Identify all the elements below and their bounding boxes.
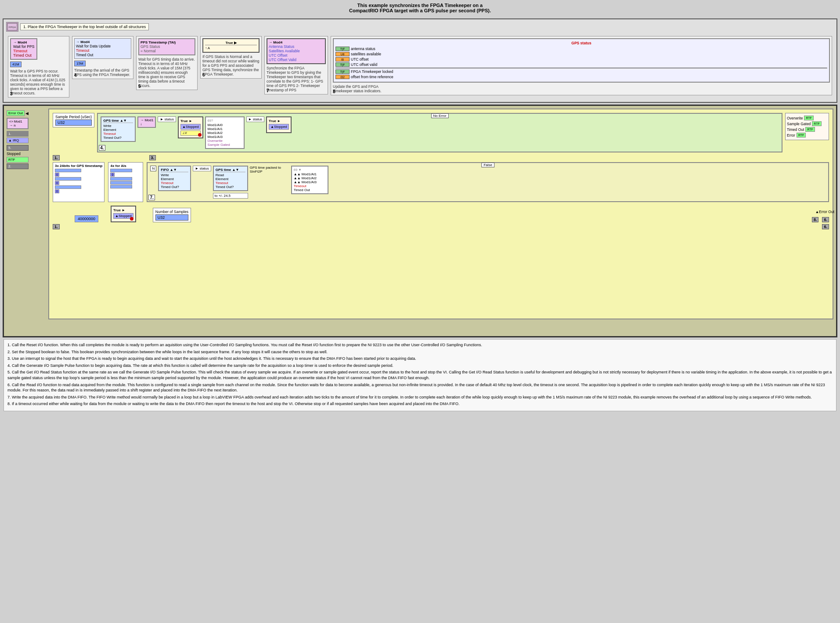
step3-desc: Wait for a GPS PPS to occur. Timeout is … xyxy=(10,69,67,95)
irq-block: ▲IRQ xyxy=(7,138,29,143)
stopped-indicator-1: ▲Stopped xyxy=(180,124,201,130)
mod1-block-left: <> Mod1 → n xyxy=(7,118,29,129)
num-samples-value: U32 xyxy=(155,214,188,221)
section-1-num: 1. xyxy=(53,155,60,160)
value-15m: 15M xyxy=(74,61,86,66)
sample-gated-out-row: Sample Gated RTF xyxy=(787,121,827,126)
sample-period-box: Sample Period (uSec) U32 xyxy=(53,113,94,127)
top-control-row: Sample Period (uSec) U32 No Error GPS ti… xyxy=(53,113,829,152)
status-output-2: ► status xyxy=(246,116,264,122)
mid-section-numbers: 1. 6. xyxy=(53,224,829,229)
ai-bits-display: 4x for AIs 0 xyxy=(108,162,143,202)
right-data-blocks: GPS time ▲▼ Read Element Timeout Timed O… xyxy=(213,166,248,199)
value-41m: 41M xyxy=(10,62,22,67)
step6-desc: If GPS Status is Normal and a timeout di… xyxy=(202,54,260,76)
true-case-bottom: True ► ▲Stopped xyxy=(111,206,136,222)
false-case-selector: False xyxy=(481,163,494,167)
stopped-label: Stopped xyxy=(7,152,29,156)
fifo-write-row: N FIFO ▲▼ Write Element Timeout Timed Ou… xyxy=(150,166,826,199)
sync-block-7: → Mod4 Antenna Status Satellites Availab… xyxy=(267,38,326,64)
overwrite-rtf: RTF xyxy=(804,116,813,120)
left-indicators: Error Out ◀ <> Mod1 → n 1. ▲IRQ 5. Stopp… xyxy=(7,110,29,169)
stop-dot-1 xyxy=(198,133,202,137)
gps-fifo-row: GPS time ▲▼ Write Element Timeout Timed … xyxy=(101,116,779,149)
ai-data-block: 69? Mod1/AI0 Mod1/AI1 Mod1/AI2 Mod1/AI3 … xyxy=(205,116,245,149)
true-case-2: True ► ▲Stopped xyxy=(266,116,292,133)
sample-period-value: U32 xyxy=(55,120,92,126)
lower-diagram-section: Error Out ◀ <> Mod1 → n 1. ▲IRQ 5. Stopp… xyxy=(3,105,837,337)
fpga-timekeeper-icon: FPGA xyxy=(6,22,18,32)
desc-item-5: 5. Call the Get I/O Read Status function… xyxy=(7,369,833,380)
section-5: PPS Timestamp (TAI) GPS Status = Normal … xyxy=(136,36,198,90)
step7-number: 7 xyxy=(267,88,269,93)
svg-text:FPGA: FPGA xyxy=(9,26,16,29)
desc-item-6: 6. Call the Read I/O function to read da… xyxy=(7,382,833,393)
bottom-row: 40000000 True ► ▲Stopped Number of Sampl… xyxy=(53,206,829,222)
bottom-description: 1. Call the Reset I/O function. When thi… xyxy=(4,339,836,411)
write-loop: False N FIFO ▲▼ Write Element Timeout Ti… xyxy=(147,162,829,202)
utc-valid-indicator: T|F xyxy=(335,62,350,67)
number-1: 1. xyxy=(7,131,29,137)
antenna-status-indicator: T|F xyxy=(335,47,350,51)
v-box-1: ⊥V xyxy=(180,130,201,136)
step7-desc: Synchronize the FPGA Timekeeper to GPS b… xyxy=(267,66,324,92)
section-8: GPS status T|F antenna status U8 satelli… xyxy=(331,36,832,95)
step5-number: 5 xyxy=(138,84,141,89)
section-num-4: 4. xyxy=(99,145,105,151)
desc-item-1: 1. Call the Reset I/O function. When thi… xyxy=(7,342,833,348)
error-rtf: RTF xyxy=(797,133,806,138)
gps-bits-row: 3x 24bits for GPS timestamp 0 0 0 xyxy=(53,162,829,202)
step4-desc: Timestamp the arrival of the GPS PPS usi… xyxy=(74,68,131,77)
num-samples-label: Number of Samples xyxy=(155,210,188,214)
section-num-8: 8. xyxy=(812,217,819,222)
pps-timestamp-block: PPS Timestamp (TAI) GPS Status = Normal xyxy=(138,38,195,55)
ai-data-read-block: 69 ▼ ▲▲ Mod1/AI1 ▲▲ Mod1/AI2 ▲▲ Mod1/AI3… xyxy=(291,166,328,194)
value-40m: 40000000 xyxy=(75,215,98,222)
section-num-6b: 6. xyxy=(822,224,829,229)
acquisition-loop: No Error GPS time ▲▼ Write Element Timeo… xyxy=(97,113,782,152)
desc-item-3: 3. Use an interrupt to signal the host t… xyxy=(7,356,833,362)
right-outputs-panel: Overwrite RTF Sample Gated RTF Timed Out… xyxy=(785,113,829,140)
number-2: 2. xyxy=(7,163,29,169)
step4-number: 4 xyxy=(74,73,77,78)
right-error-out: ▲Error Out xyxy=(815,210,834,214)
wait-pps-block: → Mod4 Wait for PPS Timeout Timed Out xyxy=(10,38,37,60)
true-case-1: True ► ▲Stopped ⊥V xyxy=(178,116,203,138)
timed-out-rtf: RTF xyxy=(805,127,815,132)
instruction-text: 1. Place the FPGA Timekeeper in the top … xyxy=(20,23,149,30)
stop-dot-bottom xyxy=(130,217,133,221)
page-container: This example synchronizes the FPGA Timek… xyxy=(0,0,840,411)
page-title: This example synchronizes the FPGA Timek… xyxy=(4,3,836,13)
section-3: → Mod4 Wait for PPS Timeout Timed Out 41… xyxy=(8,36,69,98)
step8-desc: Update the GPS and FPGA Timekeeper statu… xyxy=(333,84,390,93)
section-7: → Mod4 Antenna Status Satellites Availab… xyxy=(264,36,328,94)
offset-ref-indicator: I32 xyxy=(335,75,350,79)
timed-out-out-row: Timed Out RTF xyxy=(787,127,827,132)
section-num-6: 6. xyxy=(822,217,829,222)
fifo-write-block: FIFO ▲▼ Write Element Timeout Timed Out? xyxy=(158,166,191,191)
desc-item-8: 8. If a timeout occurred either while wa… xyxy=(7,401,833,407)
section-4: → Mod4 Wait for Data Update Timeout Time… xyxy=(72,36,133,79)
case-structure-6: True ▶ ↑ A xyxy=(202,38,260,53)
error-out-row-2: Error RTF xyxy=(787,133,827,138)
error-out-rtf: Error Out xyxy=(7,110,25,116)
stopped-indicator-2: ▲Stopped xyxy=(269,124,289,130)
desc-item-2: 2. Set the Stopped boolean to false. Thi… xyxy=(7,349,833,355)
satellites-indicator: U8 xyxy=(335,52,350,56)
status-output-1: ► status xyxy=(158,116,176,122)
to-value-block: to +/- 24.5 xyxy=(213,193,248,199)
n-input: N xyxy=(150,166,156,171)
sample-period-label: Sample Period (uSec) xyxy=(55,115,92,119)
step5-desc: Wait for GPS timing data to arrive. Time… xyxy=(138,57,195,88)
gps-time-read-block: GPS time ▲▼ Read Element Timeout Timed O… xyxy=(213,166,248,191)
stopped-rtf: RTF xyxy=(7,157,29,163)
desc-item-7: 7. Write the acquired data into the DMA … xyxy=(7,395,833,400)
section-num-7: 7. xyxy=(148,195,155,200)
no-error-selector: No Error xyxy=(431,113,448,118)
section-3-num: 3. xyxy=(149,155,156,160)
section-6: True ▶ ↑ A If GPS Status is Normal and a… xyxy=(200,36,262,79)
gps-packed-label: GPS time packed to SInFI2P xyxy=(250,166,289,174)
sample-gated-rtf: RTF xyxy=(812,121,821,126)
fpga-locked-indicator: T|F xyxy=(335,69,350,74)
number-5: 5. xyxy=(7,145,29,151)
